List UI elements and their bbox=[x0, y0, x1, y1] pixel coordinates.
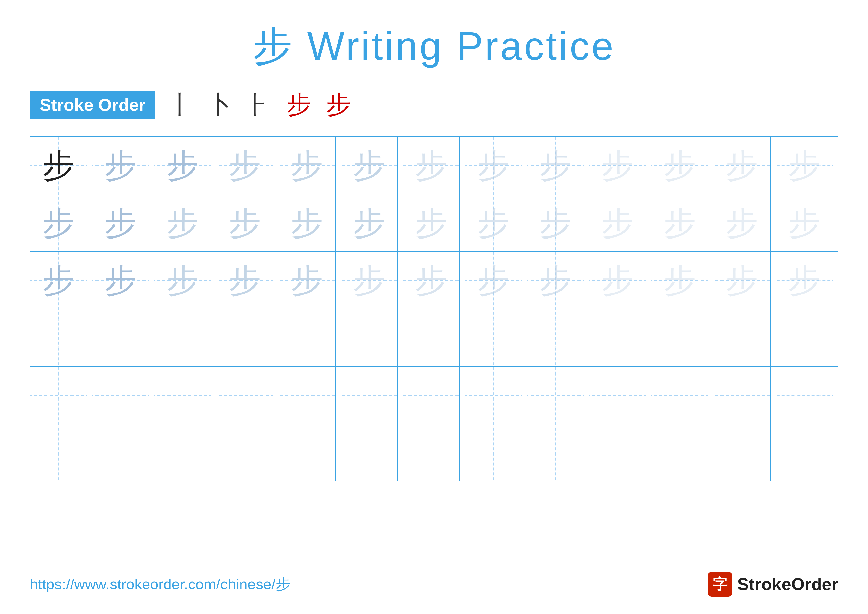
stroke-step-4: 步 bbox=[287, 88, 311, 121]
grid-cell-5-4[interactable] bbox=[217, 367, 273, 424]
grid-cell-6-8[interactable] bbox=[465, 424, 522, 481]
footer: https://www.strokeorder.com/chinese/步 字 … bbox=[30, 572, 838, 597]
grid-cell-3-5[interactable]: 步 bbox=[279, 252, 336, 309]
grid-cell-4-5[interactable] bbox=[279, 309, 336, 366]
grid-cell-2-12[interactable]: 步 bbox=[714, 194, 770, 252]
grid-cell-6-11[interactable] bbox=[651, 424, 708, 481]
grid-cell-1-9[interactable]: 步 bbox=[527, 137, 584, 194]
title-char: 步 bbox=[253, 24, 294, 68]
grid-cell-5-11[interactable] bbox=[651, 367, 708, 424]
grid-cell-6-9[interactable] bbox=[527, 424, 584, 481]
grid-cell-2-9[interactable]: 步 bbox=[527, 194, 584, 252]
grid-cell-4-2[interactable] bbox=[92, 309, 149, 366]
grid-cell-3-8[interactable]: 步 bbox=[465, 252, 522, 309]
grid-cell-6-13[interactable] bbox=[776, 424, 832, 481]
grid-cell-4-7[interactable] bbox=[403, 309, 460, 366]
grid-cell-2-3[interactable]: 步 bbox=[154, 194, 211, 252]
char-1-4: 步 bbox=[229, 149, 261, 182]
char-3-11: 步 bbox=[663, 264, 696, 297]
grid-cell-6-10[interactable] bbox=[589, 424, 646, 481]
grid-cell-3-12[interactable]: 步 bbox=[714, 252, 770, 309]
grid-cell-3-10[interactable]: 步 bbox=[589, 252, 646, 309]
grid-cell-4-11[interactable] bbox=[651, 309, 708, 366]
stroke-step-2: 卜 bbox=[207, 88, 232, 121]
grid-cell-1-12[interactable]: 步 bbox=[714, 137, 770, 194]
grid-row-2: 步 步 步 步 步 步 步 步 步 步 步 步 步 bbox=[30, 194, 838, 252]
grid-cell-5-5[interactable] bbox=[279, 367, 336, 424]
grid-cell-6-5[interactable] bbox=[279, 424, 336, 481]
grid-cell-1-10[interactable]: 步 bbox=[589, 137, 646, 194]
grid-cell-5-1[interactable] bbox=[30, 367, 87, 424]
char-2-12: 步 bbox=[726, 207, 758, 239]
page-title: 步 Writing Practice bbox=[253, 24, 615, 68]
grid-cell-3-11[interactable]: 步 bbox=[651, 252, 708, 309]
char-3-3: 步 bbox=[166, 264, 199, 297]
grid-cell-4-12[interactable] bbox=[714, 309, 770, 366]
grid-cell-6-6[interactable] bbox=[341, 424, 398, 481]
grid-cell-4-8[interactable] bbox=[465, 309, 522, 366]
char-3-10: 步 bbox=[601, 264, 634, 297]
grid-cell-4-6[interactable] bbox=[341, 309, 398, 366]
title-area: 步 Writing Practice bbox=[30, 20, 838, 73]
char-2-7: 步 bbox=[415, 207, 447, 239]
grid-cell-1-4[interactable]: 步 bbox=[217, 137, 273, 194]
grid-cell-1-7[interactable]: 步 bbox=[403, 137, 460, 194]
grid-row-5 bbox=[30, 367, 838, 424]
grid-cell-2-7[interactable]: 步 bbox=[403, 194, 460, 252]
grid-cell-1-11[interactable]: 步 bbox=[651, 137, 708, 194]
grid-cell-3-1[interactable]: 步 bbox=[30, 252, 87, 309]
grid-cell-2-6[interactable]: 步 bbox=[341, 194, 398, 252]
grid-cell-2-4[interactable]: 步 bbox=[217, 194, 273, 252]
grid-cell-3-9[interactable]: 步 bbox=[527, 252, 584, 309]
grid-cell-2-5[interactable]: 步 bbox=[279, 194, 336, 252]
grid-cell-6-12[interactable] bbox=[714, 424, 770, 481]
grid-cell-3-7[interactable]: 步 bbox=[403, 252, 460, 309]
grid-cell-3-3[interactable]: 步 bbox=[154, 252, 211, 309]
grid-cell-2-10[interactable]: 步 bbox=[589, 194, 646, 252]
grid-cell-1-1[interactable]: 步 bbox=[30, 137, 87, 194]
grid-cell-5-7[interactable] bbox=[403, 367, 460, 424]
grid-cell-4-9[interactable] bbox=[527, 309, 584, 366]
grid-cell-6-1[interactable] bbox=[30, 424, 87, 481]
grid-cell-2-8[interactable]: 步 bbox=[465, 194, 522, 252]
char-3-6: 步 bbox=[353, 264, 385, 297]
practice-grid[interactable]: 步 步 步 步 步 步 步 步 步 步 步 步 步 步 步 步 步 步 步 步 … bbox=[30, 137, 838, 482]
grid-cell-1-8[interactable]: 步 bbox=[465, 137, 522, 194]
grid-cell-2-1[interactable]: 步 bbox=[30, 194, 87, 252]
grid-cell-5-9[interactable] bbox=[527, 367, 584, 424]
grid-cell-3-6[interactable]: 步 bbox=[341, 252, 398, 309]
grid-cell-4-1[interactable] bbox=[30, 309, 87, 366]
grid-cell-5-12[interactable] bbox=[714, 367, 770, 424]
grid-cell-1-5[interactable]: 步 bbox=[279, 137, 336, 194]
grid-cell-3-4[interactable]: 步 bbox=[217, 252, 273, 309]
grid-cell-2-2[interactable]: 步 bbox=[92, 194, 149, 252]
char-1-8: 步 bbox=[477, 149, 510, 182]
grid-cell-4-3[interactable] bbox=[154, 309, 211, 366]
grid-cell-3-13[interactable]: 步 bbox=[776, 252, 832, 309]
grid-cell-1-3[interactable]: 步 bbox=[154, 137, 211, 194]
grid-cell-1-2[interactable]: 步 bbox=[92, 137, 149, 194]
char-1-5: 步 bbox=[291, 149, 323, 182]
grid-cell-1-6[interactable]: 步 bbox=[341, 137, 398, 194]
grid-cell-6-4[interactable] bbox=[217, 424, 273, 481]
grid-cell-5-2[interactable] bbox=[92, 367, 149, 424]
grid-cell-5-8[interactable] bbox=[465, 367, 522, 424]
char-2-9: 步 bbox=[539, 207, 572, 239]
grid-cell-5-10[interactable] bbox=[589, 367, 646, 424]
grid-cell-5-13[interactable] bbox=[776, 367, 832, 424]
char-3-4: 步 bbox=[229, 264, 261, 297]
grid-cell-4-10[interactable] bbox=[589, 309, 646, 366]
grid-cell-2-11[interactable]: 步 bbox=[651, 194, 708, 252]
grid-cell-4-4[interactable] bbox=[217, 309, 273, 366]
grid-cell-6-3[interactable] bbox=[154, 424, 211, 481]
grid-cell-2-13[interactable]: 步 bbox=[776, 194, 832, 252]
grid-cell-4-13[interactable] bbox=[776, 309, 832, 366]
footer-url[interactable]: https://www.strokeorder.com/chinese/步 bbox=[30, 574, 290, 594]
grid-cell-6-7[interactable] bbox=[403, 424, 460, 481]
grid-cell-5-6[interactable] bbox=[341, 367, 398, 424]
grid-row-6 bbox=[30, 424, 838, 482]
grid-cell-5-3[interactable] bbox=[154, 367, 211, 424]
grid-cell-1-13[interactable]: 步 bbox=[776, 137, 832, 194]
grid-cell-6-2[interactable] bbox=[92, 424, 149, 481]
grid-cell-3-2[interactable]: 步 bbox=[92, 252, 149, 309]
